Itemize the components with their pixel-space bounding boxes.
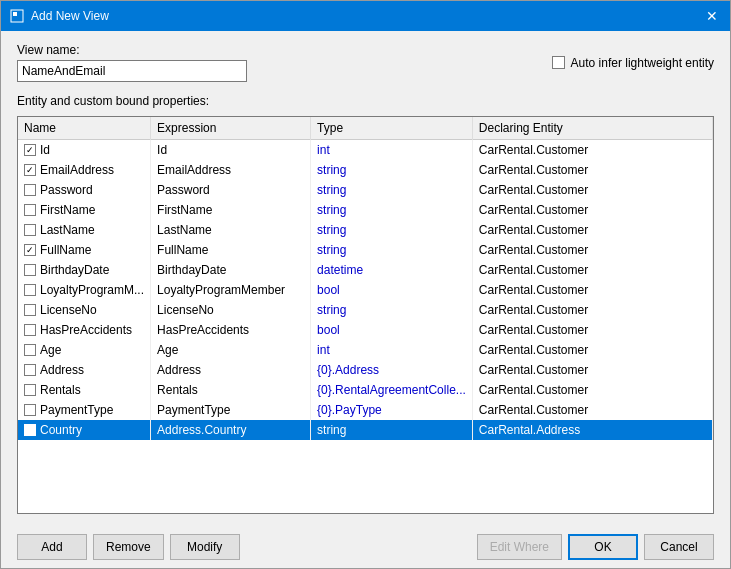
row-name-text: Password xyxy=(40,183,93,197)
row-name-text: LastName xyxy=(40,223,95,237)
cell-name: EmailAddress xyxy=(18,160,151,180)
table-row[interactable]: FullNameFullNamestringCarRental.Customer xyxy=(18,240,713,260)
dialog-title: Add New View xyxy=(31,9,109,23)
dialog-body: View name: Auto infer lightweight entity… xyxy=(1,31,730,526)
table-row[interactable]: CountryAddress.CountrystringCarRental.Ad… xyxy=(18,420,713,440)
cell-declaring: CarRental.Customer xyxy=(472,260,712,280)
auto-infer-label: Auto infer lightweight entity xyxy=(571,56,714,70)
view-name-input[interactable] xyxy=(17,60,247,82)
table-row[interactable]: IdIdintCarRental.Customer xyxy=(18,140,713,160)
row-name-text: HasPreAccidents xyxy=(40,323,132,337)
title-bar: Add New View ✕ xyxy=(1,1,730,31)
row-checkbox[interactable] xyxy=(24,384,36,396)
footer-right-buttons: Edit Where OK Cancel xyxy=(477,534,714,560)
cell-declaring: CarRental.Customer xyxy=(472,320,712,340)
row-name-text: Rentals xyxy=(40,383,81,397)
row-checkbox[interactable] xyxy=(24,224,36,236)
row-name-text: EmailAddress xyxy=(40,163,114,177)
cell-expression: Password xyxy=(151,180,311,200)
row-checkbox[interactable] xyxy=(24,424,36,436)
cell-type: bool xyxy=(311,280,473,300)
cell-expression: EmailAddress xyxy=(151,160,311,180)
table-row[interactable]: AgeAgeintCarRental.Customer xyxy=(18,340,713,360)
dialog-footer: Add Remove Modify Edit Where OK Cancel xyxy=(1,526,730,568)
dialog-icon xyxy=(9,8,25,24)
row-name-text: Age xyxy=(40,343,61,357)
cell-expression: Address.Country xyxy=(151,420,311,440)
cancel-button[interactable]: Cancel xyxy=(644,534,714,560)
row-checkbox[interactable] xyxy=(24,244,36,256)
row-checkbox[interactable] xyxy=(24,184,36,196)
row-name-text: Address xyxy=(40,363,84,377)
cell-type: string xyxy=(311,160,473,180)
row-checkbox[interactable] xyxy=(24,144,36,156)
footer-left-buttons: Add Remove Modify xyxy=(17,534,240,560)
row-checkbox[interactable] xyxy=(24,404,36,416)
row-checkbox[interactable] xyxy=(24,204,36,216)
row-name-text: FullName xyxy=(40,243,91,257)
cell-type: string xyxy=(311,300,473,320)
cell-declaring: CarRental.Address xyxy=(472,420,712,440)
row-name-text: FirstName xyxy=(40,203,95,217)
cell-declaring: CarRental.Customer xyxy=(472,140,712,160)
cell-name: Id xyxy=(18,140,151,160)
row-checkbox[interactable] xyxy=(24,164,36,176)
auto-infer-row[interactable]: Auto infer lightweight entity xyxy=(552,56,714,70)
cell-expression: BirthdayDate xyxy=(151,260,311,280)
remove-button[interactable]: Remove xyxy=(93,534,164,560)
table-row[interactable]: RentalsRentals{0}.RentalAgreementColle..… xyxy=(18,380,713,400)
cell-name: HasPreAccidents xyxy=(18,320,151,340)
properties-table: Name Expression Type Declaring Entity Id… xyxy=(18,117,713,440)
ok-button[interactable]: OK xyxy=(568,534,638,560)
title-bar-left: Add New View xyxy=(9,8,109,24)
cell-expression: LastName xyxy=(151,220,311,240)
table-header-row: Name Expression Type Declaring Entity xyxy=(18,117,713,140)
table-row[interactable]: FirstNameFirstNamestringCarRental.Custom… xyxy=(18,200,713,220)
col-header-expression: Expression xyxy=(151,117,311,140)
row-checkbox[interactable] xyxy=(24,264,36,276)
cell-name: Password xyxy=(18,180,151,200)
cell-name: Address xyxy=(18,360,151,380)
cell-name: Rentals xyxy=(18,380,151,400)
cell-name: Country xyxy=(18,420,151,440)
row-checkbox[interactable] xyxy=(24,304,36,316)
close-button[interactable]: ✕ xyxy=(702,6,722,26)
modify-button[interactable]: Modify xyxy=(170,534,240,560)
cell-declaring: CarRental.Customer xyxy=(472,180,712,200)
cell-type: int xyxy=(311,340,473,360)
table-row[interactable]: LoyaltyProgramM...LoyaltyProgramMemberbo… xyxy=(18,280,713,300)
cell-declaring: CarRental.Customer xyxy=(472,220,712,240)
table-row[interactable]: LicenseNoLicenseNostringCarRental.Custom… xyxy=(18,300,713,320)
table-row[interactable]: HasPreAccidentsHasPreAccidentsboolCarRen… xyxy=(18,320,713,340)
auto-infer-checkbox[interactable] xyxy=(552,56,565,69)
add-button[interactable]: Add xyxy=(17,534,87,560)
table-row[interactable]: BirthdayDateBirthdayDatedatetimeCarRenta… xyxy=(18,260,713,280)
cell-type: string xyxy=(311,180,473,200)
table-row[interactable]: PaymentTypePaymentType{0}.PayTypeCarRent… xyxy=(18,400,713,420)
row-checkbox[interactable] xyxy=(24,364,36,376)
cell-declaring: CarRental.Customer xyxy=(472,280,712,300)
cell-declaring: CarRental.Customer xyxy=(472,380,712,400)
table-row[interactable]: PasswordPasswordstringCarRental.Customer xyxy=(18,180,713,200)
row-checkbox[interactable] xyxy=(24,284,36,296)
col-header-type: Type xyxy=(311,117,473,140)
cell-type: string xyxy=(311,420,473,440)
view-name-row: View name: Auto infer lightweight entity xyxy=(17,43,714,82)
table-row[interactable]: LastNameLastNamestringCarRental.Customer xyxy=(18,220,713,240)
row-checkbox[interactable] xyxy=(24,344,36,356)
cell-name: Age xyxy=(18,340,151,360)
svg-rect-1 xyxy=(13,12,17,16)
edit-where-button[interactable]: Edit Where xyxy=(477,534,562,560)
row-name-text: BirthdayDate xyxy=(40,263,109,277)
row-name-text: Id xyxy=(40,143,50,157)
table-section-label: Entity and custom bound properties: xyxy=(17,94,714,108)
row-name-text: LoyaltyProgramM... xyxy=(40,283,144,297)
table-row[interactable]: EmailAddressEmailAddressstringCarRental.… xyxy=(18,160,713,180)
cell-expression: Rentals xyxy=(151,380,311,400)
table-row[interactable]: AddressAddress{0}.AddressCarRental.Custo… xyxy=(18,360,713,380)
row-checkbox[interactable] xyxy=(24,324,36,336)
row-name-text: PaymentType xyxy=(40,403,113,417)
table-body: IdIdintCarRental.CustomerEmailAddressEma… xyxy=(18,140,713,440)
cell-expression: Address xyxy=(151,360,311,380)
cell-name: LicenseNo xyxy=(18,300,151,320)
